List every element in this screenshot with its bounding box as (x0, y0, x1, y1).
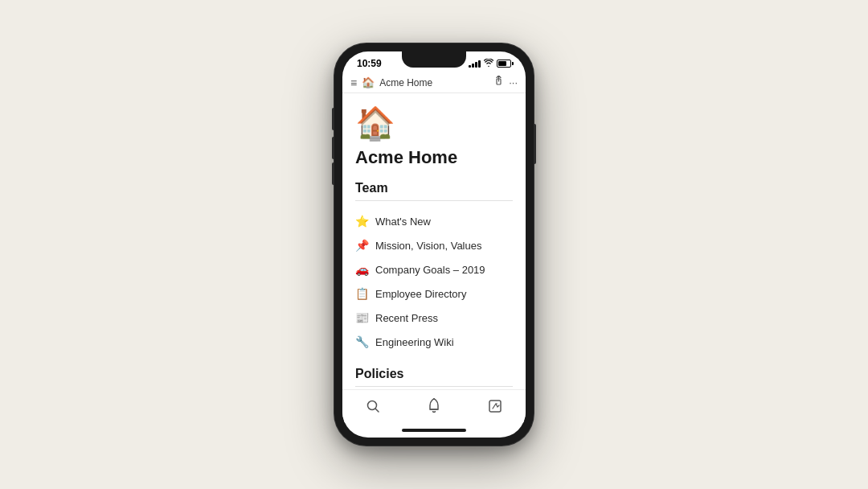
page-icon: 🏠 (355, 105, 513, 142)
section-divider-team (355, 200, 513, 201)
list-item-whats-new[interactable]: ⭐ What's New (355, 209, 513, 233)
list-item-emoji: 📌 (355, 239, 369, 252)
battery-icon (497, 60, 511, 68)
list-item-mission[interactable]: 📌 Mission, Vision, Values (355, 233, 513, 257)
list-item-recent-press[interactable]: 📰 Recent Press (355, 306, 513, 330)
status-time: 10:59 (357, 58, 382, 69)
status-icons (469, 59, 511, 68)
tab-search[interactable] (358, 397, 388, 419)
list-item-label: Employee Directory (375, 288, 466, 300)
list-item-label: Engineering Wiki (375, 336, 454, 348)
list-item-emoji: 📋 (355, 287, 369, 300)
list-item-company-goals[interactable]: 🚗 Company Goals – 2019 (355, 257, 513, 281)
svg-point-1 (368, 401, 377, 410)
browser-favicon: 🏠 (362, 76, 375, 88)
list-item-emoji: ⭐ (355, 215, 369, 228)
section-title-team: Team (355, 181, 513, 195)
tab-compose[interactable] (480, 397, 510, 419)
wifi-icon (484, 59, 493, 68)
tab-notifications[interactable] (419, 397, 449, 420)
list-item-emoji: 🚗 (355, 263, 369, 276)
browser-more-icon[interactable]: ··· (509, 76, 518, 88)
page-title: Acme Home (355, 147, 513, 168)
list-item-engineering-wiki[interactable]: 🔧 Engineering Wiki (355, 330, 513, 354)
svg-line-2 (376, 409, 379, 413)
list-item-label: Mission, Vision, Values (375, 240, 481, 252)
phone-device: 10:59 (334, 43, 534, 446)
svg-rect-5 (489, 401, 501, 412)
list-item-label: Recent Press (375, 312, 438, 324)
browser-share-icon[interactable] (493, 76, 504, 89)
browser-menu-icon[interactable]: ≡ (350, 76, 357, 89)
section-divider-policies (355, 386, 513, 387)
phone-notch (402, 51, 466, 68)
section-title-policies: Policies (355, 367, 513, 381)
policies-section: Policies 📄 Office Manual 🚗 Vacation Poli… (355, 367, 513, 389)
browser-bar[interactable]: ≡ 🏠 Acme Home ··· (342, 72, 526, 93)
browser-title: Acme Home (379, 77, 489, 88)
list-item-emoji: 📰 (355, 311, 369, 324)
list-item-emoji: 🔧 (355, 335, 369, 348)
phone-screen: 10:59 (342, 51, 526, 438)
home-indicator (342, 423, 526, 438)
content-area[interactable]: 🏠 Acme Home Team ⭐ What's New 📌 Mission,… (342, 93, 526, 389)
list-item-label: What's New (375, 216, 431, 228)
team-section: Team ⭐ What's New 📌 Mission, Vision, Val… (355, 181, 513, 354)
tab-bar (342, 389, 526, 423)
list-item-label: Company Goals – 2019 (375, 264, 485, 276)
list-item-employee-directory[interactable]: 📋 Employee Directory (355, 281, 513, 306)
signal-icon (469, 60, 481, 68)
